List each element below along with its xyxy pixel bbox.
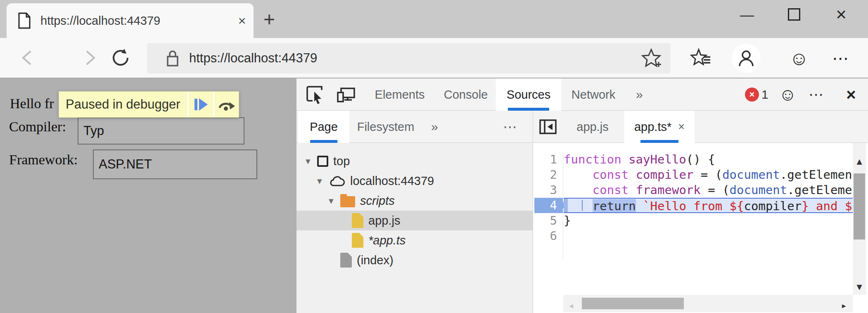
cloud-icon <box>329 175 345 187</box>
vertical-scrollbar[interactable]: ▲ ▼ <box>853 143 866 295</box>
address-bar[interactable]: https://localhost:44379 <box>147 43 671 74</box>
add-favorite-star-icon[interactable] <box>639 46 663 70</box>
browser-tab[interactable]: https://localhost:44379 × <box>7 3 254 38</box>
device-toolbar-icon[interactable] <box>337 85 356 104</box>
tree-item-label: top <box>333 154 350 168</box>
editor-tabs: app.jsapp.ts*× <box>533 111 868 143</box>
tree-item-label: scripts <box>360 194 395 208</box>
resume-icon <box>194 98 208 111</box>
editor-tab-label: app.js <box>576 120 608 134</box>
devtools-tab-sources[interactable]: Sources <box>496 78 561 111</box>
tree-item-app-js[interactable]: app.js <box>296 211 533 230</box>
line-number-2[interactable]: 2 <box>533 167 563 183</box>
new-tab-button[interactable]: + <box>257 7 282 31</box>
step-over-icon <box>218 98 236 111</box>
devtools-tab-elements[interactable]: Elements <box>364 78 436 111</box>
smiley-icon: ☺ <box>790 49 809 68</box>
horizontal-scrollbar[interactable]: ◂ ▸ <box>563 295 853 312</box>
devtools-panel: ElementsConsoleSourcesNetwork » × 1 ☺ ⋯ … <box>296 78 868 313</box>
devtools-tab-console[interactable]: Console <box>433 78 498 111</box>
web-page: Hello fr Compiler: Typ Framework: ASP.NE… <box>0 78 296 313</box>
tree-item-top[interactable]: ▾top <box>296 151 533 171</box>
refresh-icon[interactable] <box>111 48 130 68</box>
more-tabs-chevrons[interactable]: » <box>636 78 643 111</box>
window-close-button[interactable]: × <box>823 0 859 29</box>
compiler-input[interactable]: Typ <box>78 117 244 145</box>
tab-close-icon[interactable]: × <box>230 13 254 28</box>
line-number-4[interactable]: 4 <box>534 198 563 213</box>
sources-editor: app.jsapp.ts*× 123456 function sayHello(… <box>533 111 868 313</box>
tree-item--index-[interactable]: (index) <box>296 250 533 270</box>
code-line-6[interactable] <box>564 228 853 244</box>
expander-arrow-icon[interactable]: ▾ <box>317 175 329 187</box>
back-icon[interactable] <box>18 48 38 68</box>
resume-script-button[interactable] <box>187 92 213 117</box>
code-line-3[interactable]: const framework = (document.getElement <box>564 183 853 198</box>
content-area: Hello fr Compiler: Typ Framework: ASP.NE… <box>0 78 868 313</box>
tree-item-label: *app.ts <box>368 234 406 247</box>
code-line-5[interactable]: } <box>564 213 853 228</box>
sidebar-tab-page[interactable]: Page <box>298 111 349 143</box>
frame-icon <box>317 156 328 167</box>
favorites-hub-button[interactable] <box>686 44 715 73</box>
sidebar-more-tabs-chevrons[interactable]: » <box>431 111 438 143</box>
code-line-1[interactable]: function sayHello() { <box>564 152 853 167</box>
scroll-up-icon[interactable]: ▲ <box>853 154 866 169</box>
devtools-tab-network[interactable]: Network <box>561 78 626 111</box>
editor-tab-label: app.ts* <box>634 120 671 134</box>
devtools-close-icon[interactable]: × <box>841 78 861 111</box>
browser-window: https://localhost:44379 × + — × https://… <box>0 0 868 313</box>
step-over-button[interactable] <box>213 92 239 117</box>
page-heading: Hello fr <box>10 96 54 111</box>
window-maximize-button[interactable] <box>776 0 812 29</box>
folder-icon <box>340 196 355 207</box>
framework-input[interactable]: ASP.NET <box>93 149 257 179</box>
code-line-2[interactable]: const compiler = (document.getElementB <box>564 167 853 183</box>
file-index-icon <box>340 253 352 268</box>
devtools-menu-ellipsis-icon[interactable]: ⋯ <box>809 78 825 111</box>
https-lock-icon <box>165 49 180 67</box>
expander-arrow-icon[interactable]: ▾ <box>306 156 317 167</box>
line-number-6[interactable]: 6 <box>533 228 563 244</box>
scroll-right-icon[interactable]: ▸ <box>841 298 847 313</box>
editor-tab-app-ts-[interactable]: app.ts*× <box>624 111 695 143</box>
code-line-4[interactable]: return `Hello from ${compiler} and ${f <box>564 198 853 213</box>
line-number-3[interactable]: 3 <box>533 183 563 198</box>
expander-arrow-icon[interactable]: ▾ <box>329 195 340 206</box>
scroll-down-icon[interactable]: ▼ <box>853 279 866 294</box>
address-bar-url[interactable]: https://localhost:44379 <box>189 51 671 66</box>
profile-button[interactable] <box>732 44 761 73</box>
forward-icon[interactable] <box>79 48 99 68</box>
editor-tab-close-icon[interactable]: × <box>678 121 685 133</box>
ellipsis-icon: ⋯ <box>832 49 850 68</box>
tree-item--app-ts[interactable]: *app.ts <box>296 230 533 250</box>
settings-more-button[interactable]: ⋯ <box>827 44 856 73</box>
horizontal-scroll-thumb[interactable] <box>582 298 684 309</box>
code-editor[interactable]: 123456 function sayHello() { const compi… <box>533 143 868 313</box>
feedback-button[interactable]: ☺ <box>785 44 813 73</box>
tab-title: https://localhost:44379 <box>40 14 230 28</box>
framework-label: Framework: <box>9 152 78 168</box>
line-number-5[interactable]: 5 <box>533 213 563 228</box>
sources-sidebar: PageFilesystem » ⋯ ▾top▾localhost:44379▾… <box>296 111 533 313</box>
error-badge-icon[interactable]: × <box>745 88 759 102</box>
hide-navigator-icon[interactable] <box>539 118 557 136</box>
tree-item-localhost-44379[interactable]: ▾localhost:44379 <box>296 171 533 191</box>
devtools-feedback-smiley-icon[interactable]: ☺ <box>779 78 797 111</box>
window-minimize-button[interactable]: — <box>729 0 765 29</box>
sidebar-menu-ellipsis-icon[interactable]: ⋯ <box>503 111 518 143</box>
tree-item-label: localhost:44379 <box>350 174 434 188</box>
line-number-gutter[interactable]: 123456 <box>533 152 563 259</box>
code-lines[interactable]: function sayHello() { const compiler = (… <box>564 152 853 244</box>
editor-tab-app-js[interactable]: app.js <box>567 111 618 143</box>
inspect-element-icon[interactable] <box>306 85 325 104</box>
scroll-left-icon[interactable]: ◂ <box>568 298 574 313</box>
sidebar-tab-filesystem[interactable]: Filesystem <box>346 111 426 143</box>
tree-item-scripts[interactable]: ▾scripts <box>296 191 533 211</box>
tab-strip: https://localhost:44379 × + — × <box>0 0 868 38</box>
vertical-scroll-thumb[interactable] <box>854 173 865 239</box>
sidebar-tabs: PageFilesystem » ⋯ <box>296 111 533 143</box>
maximize-icon <box>788 8 800 21</box>
line-number-1[interactable]: 1 <box>533 152 563 167</box>
paused-in-debugger-banner: Paused in debugger <box>59 91 239 118</box>
